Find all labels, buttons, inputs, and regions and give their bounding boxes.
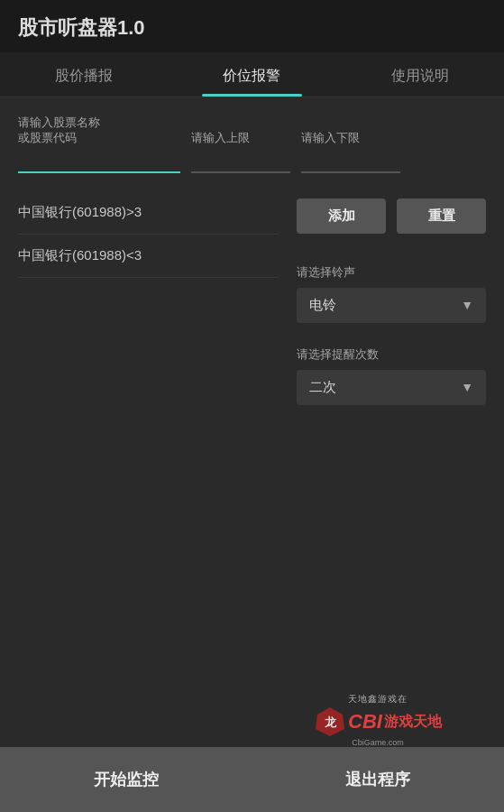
- dragon-icon: 龙: [314, 706, 346, 738]
- main-content: 请输入股票名称或股票代码 请输入上限 请输入下限 中国银行(601988)>3 …: [0, 97, 504, 423]
- lower-limit-group: 请输入下限: [301, 131, 400, 173]
- svg-text:龙: 龙: [324, 715, 337, 729]
- ringtone-label: 请选择铃声: [297, 264, 486, 281]
- watermark-bottom-text: CbiGame.com: [352, 738, 404, 747]
- tab-manual[interactable]: 使用说明: [336, 52, 504, 97]
- add-button[interactable]: 添加: [297, 198, 386, 234]
- app-header: 股市听盘器1.0: [0, 0, 504, 52]
- reminder-label: 请选择提醒次数: [297, 346, 486, 363]
- reminder-value: 二次: [309, 379, 336, 396]
- tab-broadcast[interactable]: 股价播报: [0, 52, 168, 97]
- main-layout: 中国银行(601988)>3 中国银行(601988)<3 添加 重置 请选择铃…: [18, 191, 486, 405]
- left-panel: 中国银行(601988)>3 中国银行(601988)<3: [18, 191, 279, 405]
- ringtone-section: 请选择铃声 电铃 ▼: [297, 250, 486, 323]
- lower-limit-input[interactable]: [301, 150, 400, 173]
- stock-input[interactable]: [18, 150, 180, 173]
- exit-program-button[interactable]: 退出程序: [252, 747, 505, 812]
- watermark-cbi-text: CBI: [348, 710, 382, 734]
- ringtone-value: 电铃: [309, 297, 336, 314]
- watermark-top-text: 天地鑫游戏在: [348, 693, 408, 706]
- upper-limit-label: 请输入上限: [191, 131, 290, 146]
- stock-input-label: 请输入股票名称或股票代码: [18, 115, 180, 146]
- tab-bar: 股价播报 价位报警 使用说明: [0, 52, 504, 97]
- upper-limit-group: 请输入上限: [191, 131, 290, 173]
- ringtone-arrow-icon: ▼: [461, 298, 473, 312]
- lower-limit-label: 请输入下限: [301, 131, 400, 146]
- watermark: 天地鑫游戏在 龙 CBI 游戏天地 CbiGame.com: [252, 693, 504, 747]
- watermark-logo: 龙 CBI 游戏天地: [314, 706, 442, 738]
- reminder-section: 请选择提醒次数 二次 ▼: [297, 332, 486, 405]
- ringtone-dropdown[interactable]: 电铃 ▼: [297, 288, 486, 323]
- app-title: 股市听盘器1.0: [18, 16, 145, 39]
- stock-input-group: 请输入股票名称或股票代码: [18, 115, 180, 173]
- list-item: 中国银行(601988)<3: [18, 235, 279, 278]
- list-item: 中国银行(601988)>3: [18, 191, 279, 235]
- input-row: 请输入股票名称或股票代码 请输入上限 请输入下限: [18, 115, 486, 173]
- reminder-dropdown[interactable]: 二次 ▼: [297, 370, 486, 405]
- right-panel: 添加 重置 请选择铃声 电铃 ▼ 请选择提醒次数 二次 ▼: [297, 191, 486, 405]
- upper-limit-input[interactable]: [191, 150, 290, 173]
- start-monitor-button[interactable]: 开始监控: [0, 747, 252, 812]
- action-buttons: 添加 重置: [297, 198, 486, 234]
- reminder-arrow-icon: ▼: [461, 380, 473, 394]
- bottom-bar: 开始监控 退出程序: [0, 747, 504, 812]
- watermark-subtitle: 游戏天地: [384, 713, 442, 732]
- reset-button[interactable]: 重置: [397, 198, 486, 234]
- tab-alert[interactable]: 价位报警: [168, 52, 335, 97]
